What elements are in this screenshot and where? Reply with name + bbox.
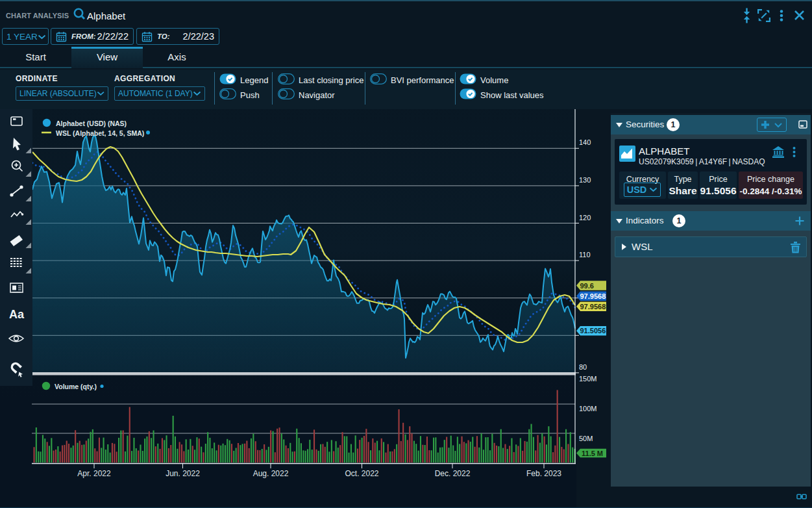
- svg-text:Jun. 2022: Jun. 2022: [166, 469, 200, 478]
- svg-text:91.5056: 91.5056: [580, 327, 606, 335]
- svg-text:Alphabet (USD) (NAS): Alphabet (USD) (NAS): [56, 120, 127, 127]
- svg-text:80: 80: [579, 363, 587, 371]
- svg-text:50M: 50M: [579, 435, 593, 442]
- svg-text:WSL (Alphabet, 14, 5, SMA): WSL (Alphabet, 14, 5, SMA): [56, 129, 144, 137]
- svg-text:97.9568: 97.9568: [580, 292, 606, 300]
- svg-text:150M: 150M: [579, 375, 597, 383]
- svg-text:120: 120: [579, 214, 591, 222]
- svg-text:110: 110: [579, 251, 591, 259]
- svg-text:Feb. 2023: Feb. 2023: [526, 469, 561, 478]
- svg-text:Aug. 2022: Aug. 2022: [253, 469, 289, 478]
- svg-text:Volume (qty.): Volume (qty.): [55, 383, 97, 390]
- svg-text:Oct. 2022: Oct. 2022: [345, 469, 378, 478]
- svg-text:Apr. 2022: Apr. 2022: [77, 469, 111, 478]
- svg-text:99.6: 99.6: [580, 282, 594, 290]
- svg-text:Aa: Aa: [9, 308, 25, 321]
- svg-text:Dec. 2022: Dec. 2022: [435, 469, 471, 478]
- svg-text:11.5 M: 11.5 M: [582, 450, 603, 457]
- svg-text:100M: 100M: [579, 405, 597, 413]
- svg-text:97.9568: 97.9568: [580, 303, 606, 311]
- svg-text:130: 130: [579, 176, 591, 184]
- svg-text:140: 140: [579, 138, 591, 146]
